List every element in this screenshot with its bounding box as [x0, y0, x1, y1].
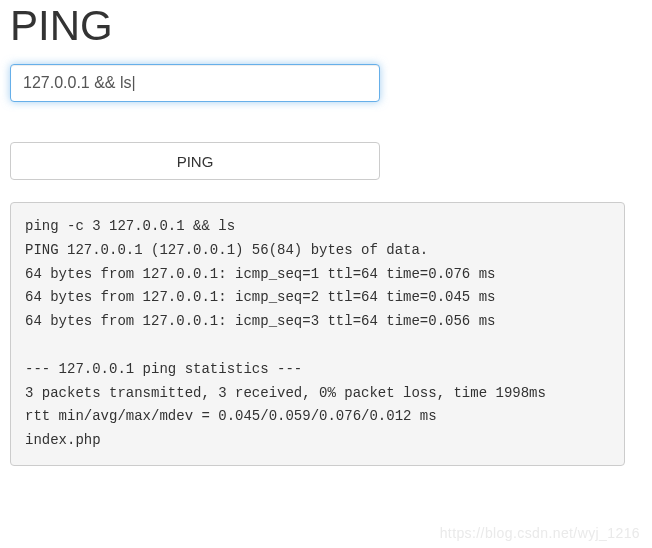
command-output: ping -c 3 127.0.0.1 && ls PING 127.0.0.1…: [10, 202, 625, 466]
ip-input[interactable]: [10, 64, 380, 102]
page-title: PING: [10, 2, 642, 50]
ping-button[interactable]: PING: [10, 142, 380, 180]
